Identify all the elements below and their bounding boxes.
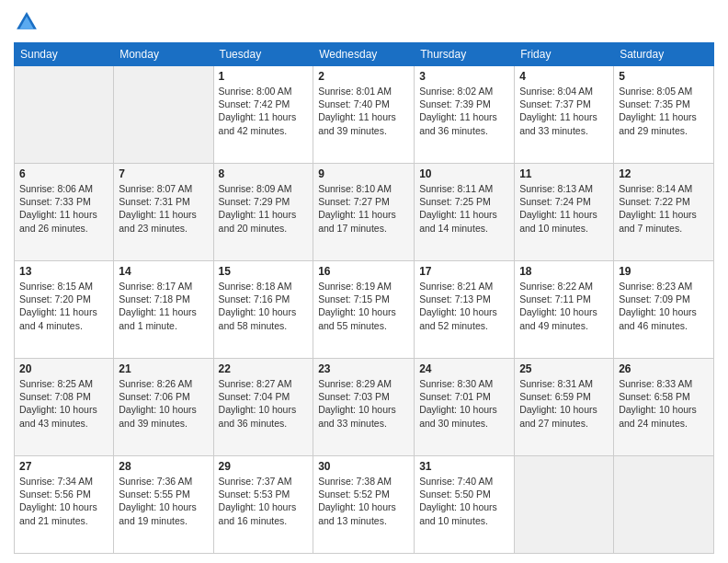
calendar-cell: 27Sunrise: 7:34 AM Sunset: 5:56 PM Dayli…	[15, 456, 114, 554]
calendar-cell	[614, 456, 714, 554]
day-number: 9	[318, 167, 409, 180]
day-info: Sunrise: 8:15 AM Sunset: 7:20 PM Dayligh…	[19, 280, 108, 332]
weekday-header-sunday: Sunday	[15, 43, 114, 66]
day-info: Sunrise: 8:07 AM Sunset: 7:31 PM Dayligh…	[119, 182, 208, 235]
day-info: Sunrise: 8:31 AM Sunset: 6:59 PM Dayligh…	[519, 377, 609, 430]
calendar-cell: 17Sunrise: 8:21 AM Sunset: 7:13 PM Dayli…	[415, 261, 515, 359]
day-info: Sunrise: 7:37 AM Sunset: 5:53 PM Dayligh…	[219, 475, 309, 527]
day-number: 15	[219, 265, 309, 278]
calendar-cell: 10Sunrise: 8:11 AM Sunset: 7:25 PM Dayli…	[415, 164, 515, 261]
day-number: 12	[619, 167, 709, 180]
calendar-cell: 23Sunrise: 8:29 AM Sunset: 7:03 PM Dayli…	[313, 359, 415, 456]
day-info: Sunrise: 8:05 AM Sunset: 7:35 PM Dayligh…	[619, 85, 709, 137]
day-info: Sunrise: 8:01 AM Sunset: 7:40 PM Dayligh…	[318, 85, 409, 137]
day-info: Sunrise: 8:11 AM Sunset: 7:25 PM Dayligh…	[419, 182, 509, 235]
week-row-5: 27Sunrise: 7:34 AM Sunset: 5:56 PM Dayli…	[15, 456, 714, 554]
week-row-1: 1Sunrise: 8:00 AM Sunset: 7:42 PM Daylig…	[15, 66, 714, 164]
logo-icon	[14, 9, 40, 35]
day-info: Sunrise: 8:13 AM Sunset: 7:24 PM Dayligh…	[519, 182, 609, 235]
calendar-cell: 7Sunrise: 8:07 AM Sunset: 7:31 PM Daylig…	[114, 164, 213, 261]
day-number: 20	[19, 362, 108, 375]
day-number: 11	[519, 167, 609, 180]
calendar-cell: 14Sunrise: 8:17 AM Sunset: 7:18 PM Dayli…	[114, 261, 213, 359]
day-number: 26	[619, 362, 709, 375]
calendar-cell: 11Sunrise: 8:13 AM Sunset: 7:24 PM Dayli…	[515, 164, 614, 261]
calendar-cell: 30Sunrise: 7:38 AM Sunset: 5:52 PM Dayli…	[313, 456, 415, 554]
day-number: 3	[419, 70, 509, 83]
day-number: 8	[219, 167, 309, 180]
calendar-cell: 31Sunrise: 7:40 AM Sunset: 5:50 PM Dayli…	[415, 456, 515, 554]
calendar-cell: 16Sunrise: 8:19 AM Sunset: 7:15 PM Dayli…	[313, 261, 415, 359]
calendar-cell: 4Sunrise: 8:04 AM Sunset: 7:37 PM Daylig…	[515, 66, 614, 164]
day-info: Sunrise: 8:33 AM Sunset: 6:58 PM Dayligh…	[619, 377, 709, 430]
day-info: Sunrise: 8:29 AM Sunset: 7:03 PM Dayligh…	[318, 377, 409, 430]
calendar-cell: 1Sunrise: 8:00 AM Sunset: 7:42 PM Daylig…	[213, 66, 313, 164]
calendar-cell: 18Sunrise: 8:22 AM Sunset: 7:11 PM Dayli…	[515, 261, 614, 359]
calendar-cell: 9Sunrise: 8:10 AM Sunset: 7:27 PM Daylig…	[313, 164, 415, 261]
day-info: Sunrise: 8:26 AM Sunset: 7:06 PM Dayligh…	[119, 377, 208, 430]
calendar-header: SundayMondayTuesdayWednesdayThursdayFrid…	[15, 43, 714, 66]
weekday-header-friday: Friday	[515, 43, 614, 66]
day-info: Sunrise: 7:40 AM Sunset: 5:50 PM Dayligh…	[419, 475, 509, 527]
calendar-cell: 2Sunrise: 8:01 AM Sunset: 7:40 PM Daylig…	[313, 66, 415, 164]
calendar-cell: 19Sunrise: 8:23 AM Sunset: 7:09 PM Dayli…	[614, 261, 714, 359]
calendar-cell	[15, 66, 114, 164]
day-number: 6	[19, 167, 108, 180]
day-number: 25	[519, 362, 609, 375]
logo	[14, 9, 43, 35]
calendar-cell: 21Sunrise: 8:26 AM Sunset: 7:06 PM Dayli…	[114, 359, 213, 456]
calendar-cell: 24Sunrise: 8:30 AM Sunset: 7:01 PM Dayli…	[415, 359, 515, 456]
day-number: 17	[419, 265, 509, 278]
day-info: Sunrise: 8:18 AM Sunset: 7:16 PM Dayligh…	[219, 280, 309, 332]
day-number: 4	[519, 70, 609, 83]
calendar-cell: 26Sunrise: 8:33 AM Sunset: 6:58 PM Dayli…	[614, 359, 714, 456]
day-info: Sunrise: 8:02 AM Sunset: 7:39 PM Dayligh…	[419, 85, 509, 137]
day-number: 16	[318, 265, 409, 278]
day-info: Sunrise: 8:14 AM Sunset: 7:22 PM Dayligh…	[619, 182, 709, 235]
day-info: Sunrise: 7:34 AM Sunset: 5:56 PM Dayligh…	[19, 475, 108, 527]
day-info: Sunrise: 8:25 AM Sunset: 7:08 PM Dayligh…	[19, 377, 108, 430]
day-info: Sunrise: 8:27 AM Sunset: 7:04 PM Dayligh…	[219, 377, 309, 430]
day-number: 19	[619, 265, 709, 278]
calendar: SundayMondayTuesdayWednesdayThursdayFrid…	[14, 42, 714, 554]
calendar-body: 1Sunrise: 8:00 AM Sunset: 7:42 PM Daylig…	[15, 66, 714, 554]
week-row-4: 20Sunrise: 8:25 AM Sunset: 7:08 PM Dayli…	[15, 359, 714, 456]
calendar-cell: 6Sunrise: 8:06 AM Sunset: 7:33 PM Daylig…	[15, 164, 114, 261]
weekday-header-row: SundayMondayTuesdayWednesdayThursdayFrid…	[15, 43, 714, 66]
calendar-cell: 5Sunrise: 8:05 AM Sunset: 7:35 PM Daylig…	[614, 66, 714, 164]
calendar-cell: 8Sunrise: 8:09 AM Sunset: 7:29 PM Daylig…	[213, 164, 313, 261]
day-info: Sunrise: 8:06 AM Sunset: 7:33 PM Dayligh…	[19, 182, 108, 235]
day-number: 14	[119, 265, 208, 278]
calendar-cell: 22Sunrise: 8:27 AM Sunset: 7:04 PM Dayli…	[213, 359, 313, 456]
weekday-header-wednesday: Wednesday	[313, 43, 415, 66]
day-number: 28	[119, 460, 208, 473]
day-info: Sunrise: 8:22 AM Sunset: 7:11 PM Dayligh…	[519, 280, 609, 332]
day-info: Sunrise: 8:10 AM Sunset: 7:27 PM Dayligh…	[318, 182, 409, 235]
day-number: 7	[119, 167, 208, 180]
day-info: Sunrise: 8:23 AM Sunset: 7:09 PM Dayligh…	[619, 280, 709, 332]
day-info: Sunrise: 8:21 AM Sunset: 7:13 PM Dayligh…	[419, 280, 509, 332]
day-number: 29	[219, 460, 309, 473]
day-number: 22	[219, 362, 309, 375]
week-row-3: 13Sunrise: 8:15 AM Sunset: 7:20 PM Dayli…	[15, 261, 714, 359]
page: SundayMondayTuesdayWednesdayThursdayFrid…	[0, 0, 728, 563]
weekday-header-monday: Monday	[114, 43, 213, 66]
day-info: Sunrise: 8:04 AM Sunset: 7:37 PM Dayligh…	[519, 85, 609, 137]
day-number: 31	[419, 460, 509, 473]
day-number: 2	[318, 70, 409, 83]
calendar-cell: 13Sunrise: 8:15 AM Sunset: 7:20 PM Dayli…	[15, 261, 114, 359]
day-info: Sunrise: 7:36 AM Sunset: 5:55 PM Dayligh…	[119, 475, 208, 527]
week-row-2: 6Sunrise: 8:06 AM Sunset: 7:33 PM Daylig…	[15, 164, 714, 261]
day-info: Sunrise: 8:19 AM Sunset: 7:15 PM Dayligh…	[318, 280, 409, 332]
calendar-cell: 28Sunrise: 7:36 AM Sunset: 5:55 PM Dayli…	[114, 456, 213, 554]
day-number: 5	[619, 70, 709, 83]
day-info: Sunrise: 8:09 AM Sunset: 7:29 PM Dayligh…	[219, 182, 309, 235]
weekday-header-tuesday: Tuesday	[213, 43, 313, 66]
calendar-cell: 12Sunrise: 8:14 AM Sunset: 7:22 PM Dayli…	[614, 164, 714, 261]
calendar-cell: 3Sunrise: 8:02 AM Sunset: 7:39 PM Daylig…	[415, 66, 515, 164]
header	[14, 9, 714, 35]
day-number: 13	[19, 265, 108, 278]
day-info: Sunrise: 7:38 AM Sunset: 5:52 PM Dayligh…	[318, 475, 409, 527]
day-number: 30	[318, 460, 409, 473]
day-number: 1	[219, 70, 309, 83]
